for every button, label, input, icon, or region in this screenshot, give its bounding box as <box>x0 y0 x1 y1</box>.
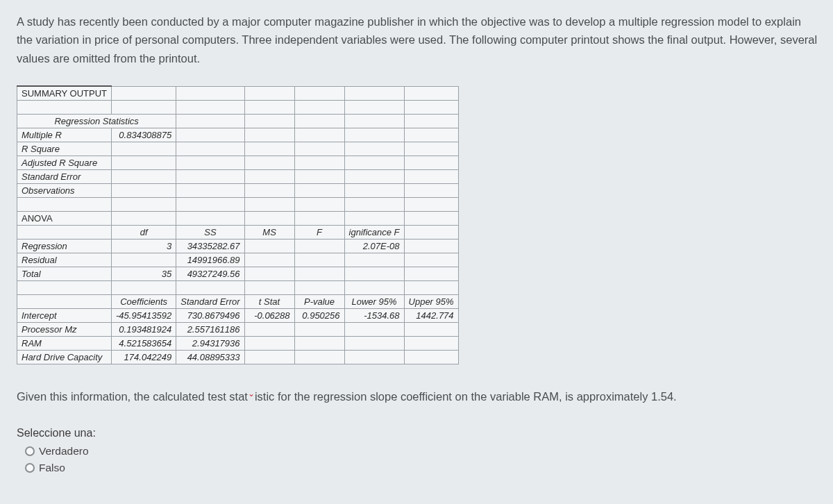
anova-hdr-f: F <box>294 226 344 240</box>
coef-row-ram-p <box>294 337 344 351</box>
option-true[interactable]: Verdadero <box>25 445 819 457</box>
coef-row-intercept-label: Intercept <box>17 309 112 323</box>
anova-title: ANOVA <box>17 212 112 226</box>
coef-hdr-coef: Coefficients <box>112 295 176 309</box>
anova-row-total-label: Total <box>17 267 112 281</box>
coef-row-hdd-up95 <box>404 351 458 364</box>
coef-row-ram-lo95 <box>344 337 404 351</box>
radio-icon <box>25 446 35 456</box>
coef-row-hdd-p <box>294 351 344 364</box>
coef-hdr-lo95: Lower 95% <box>344 295 404 309</box>
coef-hdr-t: t Stat <box>244 295 294 309</box>
coef-row-intercept-t: -0.06288 <box>244 309 294 323</box>
insert-cursor-icon: ⌄ <box>248 389 255 398</box>
coef-hdr-p: P-value <box>294 295 344 309</box>
summary-title: SUMMARY OUTPUT <box>17 86 112 101</box>
stat-value-multiple-r: 0.834308875 <box>112 128 176 142</box>
anova-hdr-ss: SS <box>176 226 244 240</box>
answer-block: Seleccione una: Verdadero Falso <box>17 427 819 474</box>
coef-row-intercept-p: 0.950256 <box>294 309 344 323</box>
anova-row-residual-ss: 14991966.89 <box>176 253 244 267</box>
anova-hdr-df: df <box>112 226 176 240</box>
coef-row-proc-coef: 0.193481924 <box>112 323 176 337</box>
claim-part1: Given this information, the calculated t… <box>17 390 248 403</box>
anova-row-total-ss: 49327249.56 <box>176 267 244 281</box>
answer-prompt: Seleccione una: <box>17 427 819 439</box>
coef-row-ram-t <box>244 337 294 351</box>
anova-hdr-sigf: ignificance F <box>344 226 404 240</box>
anova-row-residual-sigf <box>344 253 404 267</box>
stat-value-rsq <box>112 142 176 156</box>
anova-row-regression-sigf: 2.07E-08 <box>344 240 404 253</box>
coef-hdr-se: Standard Error <box>176 295 244 309</box>
coef-row-ram-label: RAM <box>17 337 112 351</box>
regression-printout: SUMMARY OUTPUT Regression Statistics Mul… <box>17 85 459 364</box>
coef-row-intercept-se: 730.8679496 <box>176 309 244 323</box>
anova-row-regression-ms <box>244 240 294 253</box>
stat-label-adjrsq: Adjusted R Square <box>17 156 112 170</box>
anova-row-total-sigf <box>344 267 404 281</box>
anova-row-total-ms <box>244 267 294 281</box>
anova-row-regression-f <box>294 240 344 253</box>
anova-row-total-f <box>294 267 344 281</box>
anova-row-regression-label: Regression <box>17 240 112 253</box>
coef-row-intercept-coef: -45.95413592 <box>112 309 176 323</box>
coef-row-ram-se: 2.94317936 <box>176 337 244 351</box>
coef-row-hdd-label: Hard Drive Capacity <box>17 351 112 364</box>
coef-row-proc-se: 2.557161186 <box>176 323 244 337</box>
stat-value-adjrsq <box>112 156 176 170</box>
option-true-label: Verdadero <box>39 445 89 457</box>
coef-row-proc-label: Processor Mz <box>17 323 112 337</box>
coef-row-hdd-lo95 <box>344 351 404 364</box>
reg-stats-title: Regression Statistics <box>17 115 176 128</box>
coef-row-proc-t <box>244 323 294 337</box>
coef-row-intercept-up95: 1442.774 <box>404 309 458 323</box>
option-false-label: Falso <box>39 462 65 474</box>
anova-row-residual-label: Residual <box>17 253 112 267</box>
anova-row-regression-df: 3 <box>112 240 176 253</box>
anova-row-regression-ss: 34335282.67 <box>176 240 244 253</box>
claim-part3: stic for the regression slope coefficien… <box>258 390 677 403</box>
coef-row-hdd-coef: 174.042249 <box>112 351 176 364</box>
anova-row-residual-ms <box>244 253 294 267</box>
radio-icon <box>25 463 35 473</box>
coef-row-proc-p <box>294 323 344 337</box>
coef-hdr-up95: Upper 95% <box>404 295 458 309</box>
stat-value-stderr <box>112 170 176 184</box>
stat-label-stderr: Standard Error <box>17 170 112 184</box>
anova-row-residual-f <box>294 253 344 267</box>
anova-row-total-df: 35 <box>112 267 176 281</box>
question-prompt: A study has recently been conducted by a… <box>17 12 819 67</box>
coef-row-ram-coef: 4.521583654 <box>112 337 176 351</box>
stat-label-multiple-r: Multiple R <box>17 128 112 142</box>
coef-row-proc-up95 <box>404 323 458 337</box>
anova-hdr-ms: MS <box>244 226 294 240</box>
stat-label-obs: Observations <box>17 184 112 198</box>
anova-row-residual-df <box>112 253 176 267</box>
question-claim: Given this information, the calculated t… <box>17 387 819 405</box>
coef-row-intercept-lo95: -1534.68 <box>344 309 404 323</box>
option-false[interactable]: Falso <box>25 462 819 474</box>
coef-row-hdd-se: 44.08895333 <box>176 351 244 364</box>
coef-row-hdd-t <box>244 351 294 364</box>
coef-row-proc-lo95 <box>344 323 404 337</box>
stat-label-rsq: R Square <box>17 142 112 156</box>
coef-row-ram-up95 <box>404 337 458 351</box>
stat-value-obs <box>112 184 176 198</box>
